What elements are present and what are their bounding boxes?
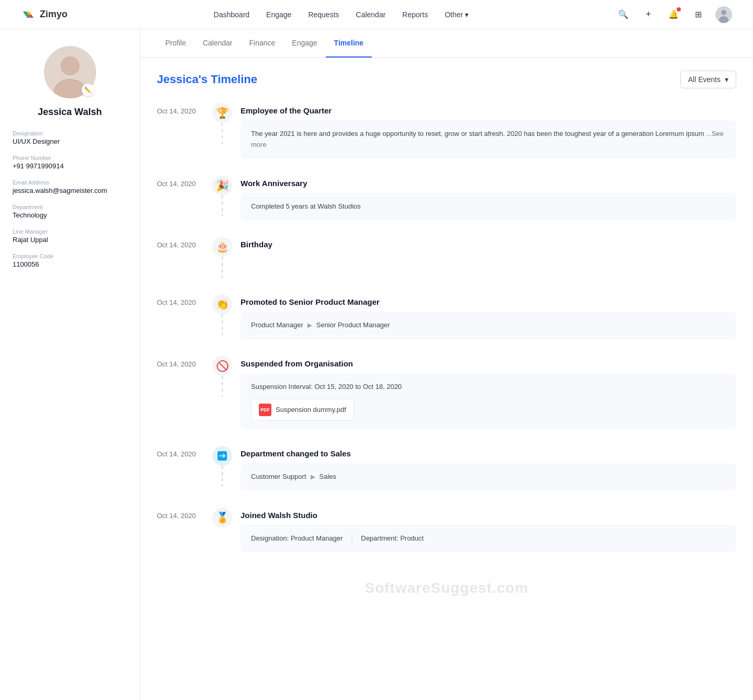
header-actions: 🔍 + 🔔 ⊞: [615, 6, 732, 23]
nav-reports[interactable]: Reports: [402, 10, 428, 19]
arrow-icon: ▶: [311, 472, 315, 482]
employee-name: Jessica Walsh: [13, 107, 127, 118]
tab-engage[interactable]: Engage: [283, 29, 325, 58]
phone-label: Phone Number: [13, 155, 127, 161]
tab-profile[interactable]: Profile: [157, 29, 195, 58]
line-manager-field: Line Manager Rajat Uppal: [13, 228, 127, 244]
timeline-connector: [222, 466, 223, 487]
employee-code-label: Employee Code: [13, 253, 127, 259]
event-title: Promoted to Senior Product Manager: [241, 294, 736, 306]
to-value: Sales: [320, 472, 337, 483]
event-date: Oct 14, 2020: [157, 446, 204, 458]
profile-tabs: Profile Calendar Finance Engage Timeline: [140, 29, 753, 58]
pdf-icon: PDF: [259, 404, 271, 416]
event-date: Oct 14, 2020: [157, 103, 204, 115]
phone-field: Phone Number +91 9971990914: [13, 155, 127, 170]
nav-engage[interactable]: Engage: [266, 10, 291, 19]
user-avatar-image: [715, 6, 732, 23]
svg-point-7: [61, 56, 79, 75]
event-title: Suspended from Organisation: [241, 356, 736, 368]
add-button[interactable]: +: [640, 6, 657, 23]
timeline-item: Oct 14, 2020 🏅 Joined Walsh Studio Desig…: [157, 508, 736, 569]
email-field: Email Address jessica.walsh@sagmeister.c…: [13, 179, 127, 194]
line-manager-value: Rajat Uppal: [13, 236, 127, 244]
apps-button[interactable]: ⊞: [690, 6, 707, 23]
timeline-line: 🏅: [212, 508, 232, 527]
pdf-attachment[interactable]: PDF Suspension dummy.pdf: [251, 399, 354, 421]
header-nav: Dashboard Engage Requests Calendar Repor…: [214, 10, 469, 19]
event-card: Suspension Interval: Oct 15, 2020 to Oct…: [241, 373, 736, 429]
department-label: Department: [13, 204, 127, 210]
timeline-line: 🚫: [212, 356, 232, 397]
nav-dashboard[interactable]: Dashboard: [214, 10, 250, 19]
timeline-connector: [222, 123, 223, 144]
svg-point-2: [721, 10, 726, 15]
timeline-line: 👏: [212, 294, 232, 335]
event-card: Product Manager ▶ Senior Product Manager: [241, 312, 736, 339]
timeline-title: Jessica's Timeline: [157, 73, 257, 86]
employee-code-value: 1100056: [13, 260, 127, 268]
event-icon: 🚫: [212, 356, 232, 376]
tab-timeline[interactable]: Timeline: [326, 29, 372, 58]
event-content: Work Anniversary Completed 5 years at Wa…: [241, 176, 736, 221]
event-content: Employee of the Quarter The year 2021 is…: [241, 103, 736, 159]
event-icon: [212, 446, 232, 466]
event-title: Work Anniversary: [241, 176, 736, 188]
email-label: Email Address: [13, 179, 127, 186]
from-value: Product Manager: [251, 320, 303, 331]
attachment-name: Suspension dummy.pdf: [276, 405, 346, 416]
department-field: Department Technology: [13, 204, 127, 219]
zimyo-logo-icon: [21, 7, 36, 22]
timeline-connector: [222, 376, 223, 397]
timeline-connector: [222, 196, 223, 216]
event-icon: 🎉: [212, 176, 232, 196]
joined-department: Department: Product: [361, 534, 424, 542]
timeline-item: Oct 14, 2020 Department changed to Sales…: [157, 446, 736, 508]
watermark: SoftwareSuggest.com: [157, 569, 736, 617]
chevron-down-icon: ▾: [465, 10, 469, 19]
joined-designation: Designation: Product Manager: [251, 534, 343, 542]
nav-other[interactable]: Other ▾: [444, 10, 469, 19]
filter-dropdown[interactable]: All Events ▾: [680, 71, 736, 88]
timeline-connector: [222, 257, 223, 278]
to-value: Senior Product Manager: [316, 320, 390, 331]
notification-badge: [677, 7, 681, 12]
timeline-line: 🏆: [212, 103, 232, 144]
search-button[interactable]: 🔍: [615, 6, 632, 23]
tab-finance[interactable]: Finance: [241, 29, 284, 58]
main-content: Profile Calendar Finance Engage Timeline…: [140, 29, 753, 700]
event-content: Department changed to Sales Customer Sup…: [241, 446, 736, 491]
timeline-section: Jessica's Timeline All Events ▾ Oct 14, …: [140, 58, 753, 630]
edit-avatar-button[interactable]: ✏️: [82, 84, 94, 96]
timeline-item: Oct 14, 2020 👏 Promoted to Senior Produc…: [157, 294, 736, 356]
designation-value: UI/UX Designer: [13, 137, 127, 145]
event-date: Oct 14, 2020: [157, 237, 204, 249]
notifications-button[interactable]: 🔔: [665, 6, 682, 23]
nav-requests[interactable]: Requests: [308, 10, 339, 19]
event-date: Oct 14, 2020: [157, 176, 204, 188]
event-card: The year 2021 is here and provides a hug…: [241, 120, 736, 159]
filter-label: All Events: [688, 75, 721, 84]
timeline-connector: [222, 314, 223, 335]
user-avatar[interactable]: [715, 6, 732, 23]
event-content: Joined Walsh Studio Designation: Product…: [241, 508, 736, 553]
event-icon: 👏: [212, 294, 232, 314]
brand-name: Zimyo: [40, 9, 67, 20]
event-icon: 🏅: [212, 508, 232, 527]
event-content: Promoted to Senior Product Manager Produ…: [241, 294, 736, 339]
timeline-item: Oct 14, 2020 🎂 Birthday: [157, 237, 736, 294]
brand-logo[interactable]: Zimyo: [21, 7, 67, 22]
event-content: Birthday: [241, 237, 736, 254]
email-value: jessica.walsh@sagmeister.com: [13, 187, 127, 194]
nav-calendar[interactable]: Calendar: [356, 10, 386, 19]
avatar-wrapper: ✏️: [44, 46, 96, 98]
event-card: Completed 5 years at Walsh Studios: [241, 193, 736, 221]
event-date: Oct 14, 2020: [157, 356, 204, 368]
suspension-interval: Suspension Interval: Oct 15, 2020 to Oct…: [251, 382, 726, 393]
event-icon: 🎂: [212, 237, 232, 257]
line-manager-label: Line Manager: [13, 228, 127, 235]
timeline-line: [212, 446, 232, 487]
see-more-link[interactable]: ...See more: [251, 130, 724, 148]
tab-calendar[interactable]: Calendar: [195, 29, 241, 58]
department-value: Technology: [13, 211, 127, 219]
